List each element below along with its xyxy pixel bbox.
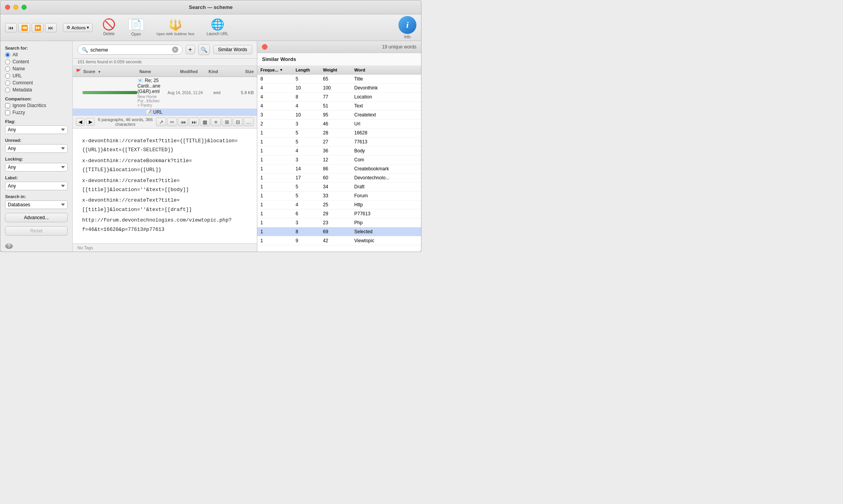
radio-metadata[interactable]: Metadata [5,87,68,93]
list-item[interactable]: 4 10 100 Devonthink [257,84,421,93]
search-input[interactable] [90,47,170,53]
list-item[interactable]: 3 10 95 Createtext [257,111,421,120]
locking-label: Locking: [5,157,68,161]
word-text: Devonthink [351,84,421,92]
column-button[interactable]: ⊟ [233,118,243,126]
help-button[interactable]: ? [5,243,13,249]
table-row[interactable]: 📝URL Scheme Macdrifter > Articles > DTTG… [73,109,257,115]
word-text: Title [351,75,421,83]
main-window: Search — scheme ⏮ ⏪ ⏩ ⏭ ⚙ Actions ▾ 🚫 De… [0,0,422,252]
word-freq: 1 [257,155,292,164]
search-add-button[interactable]: + [186,45,195,54]
word-text: Location [351,93,421,101]
list-item[interactable]: 1 9 42 Viewtopic [257,236,421,245]
table-row[interactable]: 📧Re; 25 Cardi...ane (G&R).eml New Home P… [73,77,257,109]
nav-next-button[interactable]: ▶ [86,118,95,126]
radio-content[interactable]: Content [5,59,68,64]
more-button[interactable]: … [244,118,254,126]
col-name-header[interactable]: Name [139,69,151,74]
skip-forward-button[interactable]: ⏭ [189,118,199,126]
nav-forward[interactable]: ⏩ [32,23,43,32]
list-item[interactable]: 1 17 60 Devontechnolo... [257,173,421,182]
list-button[interactable]: ≡ [211,118,221,126]
list-item[interactable]: 1 5 34 Draft [257,182,421,191]
grid-button[interactable]: ▦ [200,118,210,126]
word-rows-container: 8 5 65 Title 4 10 100 Devonthink 4 8 77 … [257,75,421,245]
search-go-button[interactable]: 🔍 [198,44,210,55]
col-weight-header[interactable]: Weight [320,66,351,74]
list-item[interactable]: 1 5 27 77613 [257,138,421,147]
open-sublime-button[interactable]: 🔱 Open With Sublime Text [153,18,197,38]
list-item[interactable]: 2 3 46 Url [257,120,421,129]
list-item[interactable]: 1 6 29 P77613 [257,209,421,218]
ignore-diacritics-checkbox[interactable]: Ignore Diacritics [5,103,68,108]
word-len: 4 [292,147,320,155]
search-input-wrapper: 🔍 ✕ [77,45,183,55]
nav-back-back[interactable]: ⏮ [5,23,17,32]
preview-line-3: x-devonthink://createText?title=[[title]… [82,176,248,195]
share-button[interactable]: ↗ [156,118,166,126]
word-len: 8 [292,227,320,236]
titlebar: Search — scheme [0,0,421,14]
word-len: 10 [292,84,320,92]
list-item[interactable]: 1 5 33 Forum [257,191,421,200]
list-item[interactable]: 4 8 77 Location [257,93,421,102]
reset-button[interactable]: Reset [5,226,68,236]
list-item[interactable]: 8 5 65 Title [257,75,421,84]
radio-url[interactable]: URL [5,73,68,79]
col-word-header[interactable]: Word [351,66,421,74]
result-name: 📧Re; 25 Cardi...ane (G&R).eml [137,78,160,94]
search-in-select[interactable]: Databases [5,200,68,209]
nav-forward-forward[interactable]: ⏭ [45,23,57,32]
locking-select[interactable]: Any [5,163,68,172]
list-item[interactable]: 1 8 69 Selected [257,227,421,236]
word-len: 4 [292,200,320,209]
col-kind-header[interactable]: Kind [198,69,229,74]
close-button[interactable] [5,5,10,10]
results-container: 🚩 Score ▼ Name Modified Kind Size [73,66,257,128]
flag-select[interactable]: Any [5,125,68,134]
unread-select[interactable]: Any [5,144,68,153]
col-freq-header[interactable]: Freque... ▼ [257,66,292,74]
open-button[interactable]: 📄 Open [125,17,147,38]
search-clear-button[interactable]: ✕ [172,46,178,53]
word-freq: 1 [257,209,292,218]
tags-bar: No Tags [73,243,257,252]
list-item[interactable]: 1 5 28 16628 [257,129,421,138]
advanced-button[interactable]: Advanced... [5,213,68,222]
flag-section: Flag: Any [5,119,68,134]
list-item[interactable]: 1 4 36 Body [257,147,421,155]
similar-words-button[interactable]: Similar Words [213,45,252,54]
list-item[interactable]: 1 3 23 Php [257,218,421,227]
word-len: 5 [292,138,320,146]
delete-button[interactable]: 🚫 Delete [99,18,119,38]
traffic-lights [5,5,27,10]
launch-url-button[interactable]: 🌐 Launch URL [203,18,231,38]
launch-url-icon: 🌐 [211,19,224,30]
word-table: Freque... ▼ Length Weight Word 8 5 65 Ti… [257,66,421,252]
word-table-header: Freque... ▼ Length Weight Word [257,66,421,75]
radio-comment[interactable]: Comment [5,80,68,86]
col-size-header[interactable]: Size [229,69,254,74]
fuzzy-checkbox[interactable]: Fuzzy [5,110,68,115]
actions-button[interactable]: ⚙ Actions ▾ [63,23,93,32]
maximize-button[interactable] [22,5,27,10]
list-item[interactable]: 1 14 86 Createbookmark [257,164,421,173]
list-item[interactable]: 1 3 12 Com [257,155,421,164]
info-button[interactable]: i Info [398,16,416,39]
label-select[interactable]: Any [5,182,68,190]
nav-back[interactable]: ⏪ [18,23,30,32]
col-score-header[interactable]: Score ▼ [83,69,139,74]
col-len-header[interactable]: Length [292,66,320,74]
nav-prev-button[interactable]: ◀ [76,118,84,126]
radio-name[interactable]: Name [5,66,68,71]
col-modified-header[interactable]: Modified [151,69,197,74]
stack-button[interactable]: ⊞ [222,118,232,126]
list-item[interactable]: 4 4 51 Text [257,102,421,111]
list-item[interactable]: 1 4 25 Http [257,200,421,209]
cut-button[interactable]: ✂ [167,118,177,126]
skip-back-button[interactable]: ⏮ [178,118,188,126]
radio-all[interactable]: All [5,52,68,57]
minimize-button[interactable] [13,5,18,10]
word-weight: 33 [320,191,351,200]
